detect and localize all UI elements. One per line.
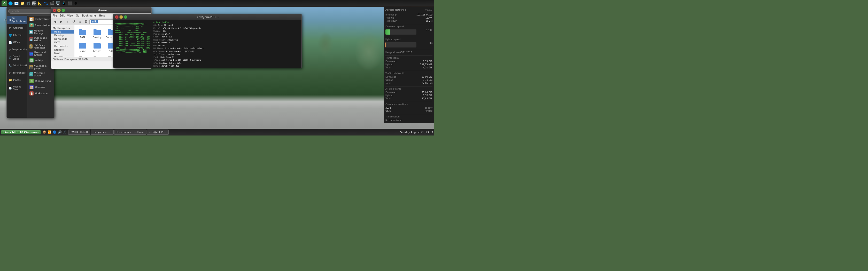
file-item-Desktop[interactable]: Desktop (90, 27, 104, 39)
menu-item-tiling[interactable]: ⊞ Window Tiling (28, 78, 54, 84)
menu-item-variety[interactable]: 🖼 Variety (28, 57, 54, 64)
fm-menu-help[interactable]: Help (99, 14, 105, 17)
menu-item-windows[interactable]: 🪟 Windows (28, 84, 54, 90)
vlc-icon[interactable]: 🎬 (49, 1, 55, 6)
up-button[interactable]: ↑ (65, 19, 70, 25)
sidebar-section-mycomputer: My Computer (51, 26, 74, 30)
sidebar-item-pictures[interactable]: Pictures (51, 55, 74, 57)
fm-menu-edit[interactable]: Edit (60, 14, 65, 17)
sidebar-item-downloads[interactable]: Downloads (51, 37, 74, 41)
nemo-icon[interactable]: 📁 (20, 1, 25, 6)
category-office[interactable]: 📄 Office (7, 39, 27, 46)
menu-item-usb-format[interactable]: 🔧 USB Stick Formatter (28, 43, 54, 50)
home-button[interactable]: ⌂ (77, 19, 83, 25)
sidebar-item-music[interactable]: Music (51, 52, 74, 55)
android-icon[interactable]: 📱 (61, 1, 67, 6)
gimp-icon[interactable]: 🐾 (43, 1, 49, 6)
category-all[interactable]: ⊞ All Applications (7, 16, 27, 24)
folder-icon (79, 55, 87, 57)
thunderbird-icon[interactable]: 📧 (13, 1, 19, 6)
window-btn-term[interactable]: erik@erik-P5... (147, 130, 169, 135)
connections-label: Current connections (385, 103, 432, 106)
category-recent[interactable]: 🕒 Recent Files (7, 84, 27, 92)
menu-item-transmission[interactable]: 📦 Transmission (28, 22, 54, 28)
virtualbox-icon[interactable]: 🖥️ (55, 1, 61, 6)
category-prefs[interactable]: ⚙ Preferences (7, 69, 27, 76)
window-btn-scree[interactable]: [SimpleScree...] (91, 130, 114, 135)
menu-item-users[interactable]: 👥 Users and Groups (28, 50, 54, 57)
back-button[interactable]: ◀ (52, 19, 58, 25)
maximize-button[interactable]: □ (61, 8, 65, 12)
window-btn-home[interactable]: [Erik Dubois ... — Home (114, 130, 147, 135)
fm-menu-view[interactable]: View (67, 14, 73, 17)
menu-item-vlc[interactable]: 🎬 VLC media player (28, 64, 54, 71)
menu-item-workspaces[interactable]: 📋 Workspaces (28, 90, 54, 97)
category-admin[interactable]: 🔧 Administration (7, 62, 27, 69)
minimize-button[interactable]: − (57, 8, 61, 12)
app-menu-search-area (7, 7, 54, 15)
sidebar-item-documents[interactable]: Documents (51, 44, 74, 48)
category-internet-label: Internet (13, 34, 23, 36)
category-graphics[interactable]: 🖼 Graphics (7, 25, 27, 31)
prefs-icon: ⚙ (8, 71, 11, 75)
updates-tray-icon[interactable]: 📦 (42, 130, 46, 134)
settings-icon[interactable]: ⚙️ (73, 1, 79, 6)
sidebar-item-dropbox[interactable]: Dropbox (51, 48, 74, 52)
category-recent-label: Recent Files (13, 86, 25, 91)
usage-since-label: Usage since 08/21/2016 (385, 51, 432, 54)
file-item-DATA[interactable]: DATA (76, 27, 89, 39)
fm-menu-bookmarks[interactable]: Bookmarks (82, 14, 97, 17)
close-button[interactable]: × (53, 8, 56, 12)
month-upload-label: Upload (385, 79, 393, 81)
file-item-adobe[interactable]: .adobe (76, 54, 89, 57)
firefox-icon[interactable]: 🌐 (7, 1, 13, 6)
menu-item-usb-writer[interactable]: 💾 USB Image Writer (28, 36, 54, 43)
terminal-content[interactable]: MMMMMMMMMMMMMMMMMMMMMMMMMds+. MMm----:::… (114, 20, 302, 68)
menu-item-tomboy[interactable]: 📝 Tomboy Notes (28, 16, 54, 22)
sidebar-item-data[interactable]: DATA (51, 41, 74, 44)
category-places[interactable]: 📁 Places (7, 77, 27, 83)
firefox-count: 6639 (385, 110, 391, 112)
window-btn-hakal[interactable]: [Will K - Hakal] (68, 130, 90, 135)
category-sound[interactable]: 🎵 Sound Video (7, 54, 27, 62)
term-close-btn[interactable]: × (115, 15, 119, 19)
category-office-label: Office (13, 41, 20, 44)
start-button[interactable]: Linux Mint 18 Cinnamon (1, 130, 41, 134)
sidebar-item-desktop[interactable]: Desktop (51, 34, 74, 37)
file-item-Music[interactable]: Music (76, 40, 89, 53)
file-item-Pictures[interactable]: Pictures (90, 40, 104, 53)
refresh-button[interactable]: ↺ (71, 19, 76, 25)
mixxx-icon[interactable]: 🎛️ (31, 1, 37, 6)
sketchup-icon[interactable]: 📐 (37, 1, 43, 6)
term-maximize-btn[interactable]: □ (124, 15, 127, 19)
upload-speed-label: Upload speed (385, 38, 432, 41)
music-tray-icon[interactable]: 🎵 (63, 130, 67, 134)
upload-speed-value: 0B (430, 42, 432, 48)
category-programming[interactable]: ⚙ Programming (7, 46, 27, 53)
network-tray-icon[interactable]: 📶 (47, 130, 52, 134)
volume-tray-icon[interactable]: 🔊 (57, 130, 62, 134)
term-minimize-btn[interactable]: − (119, 15, 123, 19)
today-download-label: Download (385, 60, 396, 63)
month-download-row: Download 21,09 GiB (385, 75, 432, 78)
menu-item-welcome[interactable]: 🖥 Welcome Screen (28, 71, 54, 78)
app-menu-categories: ⊞ All Applications 🖼 Graphics 🌐 Internet… (7, 15, 27, 118)
terminal-icon[interactable]: ⬛ (67, 1, 72, 6)
spotify-icon[interactable]: 🎵 (25, 1, 31, 6)
today-upload-label: Upload (385, 63, 393, 66)
mint-menu-icon[interactable]: ✿ (2, 1, 7, 6)
today-total-label: Total (385, 66, 391, 69)
computer-button[interactable]: 🖥 (83, 19, 89, 25)
forward-button[interactable]: ▶ (58, 19, 64, 25)
status-text: 58 Items, Free space: 52,0 GB (53, 58, 88, 61)
app-menu-search-input[interactable] (8, 9, 53, 14)
file-item-aptitude[interactable]: .aptitude (90, 54, 104, 57)
category-internet[interactable]: 🌐 Internet (7, 32, 27, 38)
fm-menu-go[interactable]: Go (76, 14, 80, 17)
fm-menu-file[interactable]: File (53, 14, 57, 17)
terminal-titlebar: × − □ erik@erik-P5Q: ~ (114, 14, 302, 20)
internal-ip-value: 192.168.0.100 (416, 13, 432, 16)
bluetooth-tray-icon[interactable]: 🔵 (52, 130, 57, 134)
menu-item-update[interactable]: 🔄 Update Manager (28, 28, 54, 36)
sidebar-item-home[interactable]: Home (51, 30, 74, 34)
